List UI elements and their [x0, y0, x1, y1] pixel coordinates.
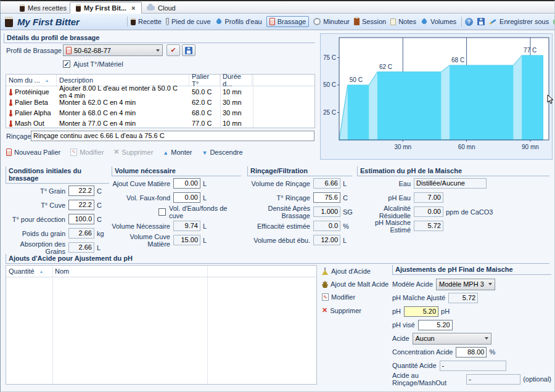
nav-session[interactable]: Session [354, 18, 386, 25]
delete-x-icon [113, 148, 119, 156]
field-unit: C [94, 216, 102, 223]
beer-icon [20, 4, 25, 12]
field-label: Vol. Faux-fond [112, 194, 173, 202]
nav-profils-eau[interactable]: Profils d'eau [215, 18, 262, 25]
pencil-icon [489, 18, 497, 25]
delete-step-button[interactable]: Supprimer [113, 148, 153, 156]
wheat-icon [322, 280, 328, 288]
acid-additions-table: Quantité Nom [6, 265, 317, 385]
field-unit: C [340, 194, 348, 202]
mash-temperature-chart: 25 C50 C75 C30 mn60 mn90 mn50 C62 C68 C7… [320, 33, 553, 160]
field-unit: SG [340, 208, 353, 216]
divider [207, 266, 208, 384]
sparge-description-field[interactable]: Rinçage continu avec 6.66 L d'eau à 75.6… [31, 131, 314, 141]
tab-cloud[interactable]: Cloud [141, 2, 181, 14]
adjust-checkbox[interactable] [63, 60, 70, 68]
field-label: Concentration Acide [392, 348, 453, 356]
edit-step-button[interactable]: Modifier [70, 149, 104, 156]
section-title: Rinçage/Filtration [247, 166, 352, 176]
field-label: Efficacité estimée [247, 223, 313, 230]
tun-addition-field[interactable]: 0.00 [173, 178, 200, 189]
field-label: T° pour décoction [6, 216, 68, 223]
mash-profile-combo[interactable]: 50-62-68-77 [63, 44, 163, 56]
col-name[interactable]: Nom du ... [6, 75, 57, 86]
delete-x-icon [322, 306, 327, 314]
thermometer-icon [10, 89, 12, 95]
validate-profile-button[interactable] [166, 44, 180, 56]
edit-acid-button[interactable]: Modifier [322, 293, 388, 301]
tab-label: My First Bit... [84, 4, 126, 12]
nav-recette[interactable]: Recette [131, 18, 162, 25]
final-ph-panel: Ajustements de pH Final de Maische Modèl… [392, 265, 551, 386]
checkbox-label: Ajust T°/Matériel [73, 60, 123, 68]
beer-icon [5, 17, 13, 27]
tab-label: Cloud [158, 4, 176, 12]
grain-temp-field[interactable]: 22.2 [68, 186, 94, 196]
mash-chart-svg: 25 C50 C75 C30 mn60 mn90 mn50 C62 C68 C7… [321, 34, 552, 159]
svg-text:75 C: 75 C [323, 54, 336, 61]
field-unit: L [340, 237, 347, 244]
acid-concentration-field[interactable]: 88.00 [456, 347, 487, 357]
sparge-volume-field: 6.66 [313, 178, 340, 189]
delete-acid-button[interactable]: Supprimer [322, 306, 388, 314]
false-bottom-field[interactable]: 0.00 [173, 192, 200, 203]
beer-icon [131, 18, 136, 25]
initial-conditions-section: Conditions initiales du brassage T° Grai… [6, 166, 109, 255]
save-profile-button[interactable] [182, 44, 195, 56]
move-down-button[interactable]: Descendre [202, 149, 242, 156]
divider [127, 17, 128, 27]
tab-close-icon[interactable]: × [131, 4, 135, 12]
acid-type-combo[interactable]: Aucun [413, 333, 491, 345]
move-up-button[interactable]: Monter [163, 149, 192, 156]
acid-model-combo[interactable]: Modèle MPH 3 [436, 279, 495, 290]
field-label: T° Rinçage [247, 194, 313, 202]
col-duration[interactable]: Durée d... [220, 75, 252, 86]
decoction-temp-field[interactable]: 100.0 [68, 214, 94, 224]
ph-field[interactable]: 5.20 [404, 306, 438, 317]
residual-alkalinity-field: 0.00 [414, 206, 443, 217]
tun-volume-field: 15.00 [173, 235, 200, 245]
thermometer-icon [10, 99, 12, 105]
ok-button[interactable]: OK [553, 18, 554, 26]
deadspace-checkbox-row[interactable]: Vol. d'Eau/fonds de cuve [112, 205, 241, 219]
tun-temp-field[interactable]: 22.2 [68, 200, 94, 210]
table-row[interactable]: Mash Out Monter à 77.0 C en 4 min 77.0 C… [6, 118, 314, 128]
mash-profile-section: Détails du profil de brassage Profil de … [4, 33, 315, 43]
new-step-button[interactable]: Nouveau Palier [6, 149, 60, 156]
table-row[interactable]: Palier Alpha Monter à 68.0 C en 4 min 68… [6, 107, 314, 118]
checkbox-label: Vol. d'Eau/fonds de cuve [169, 205, 241, 219]
tab-mes-recettes[interactable]: Mes recettes [14, 2, 72, 14]
field-unit: pH [438, 308, 450, 315]
save-button[interactable] [477, 18, 485, 25]
adjust-checkbox-row[interactable]: Ajust T°/Matériel [63, 60, 123, 68]
section-title: Volume nécessaire [112, 166, 241, 176]
field-label: Modèle Acide [392, 280, 433, 288]
add-acid-malt-button[interactable]: Ajout de Malt Acide [322, 280, 388, 288]
field-unit: L [200, 223, 207, 230]
svg-text:50 C: 50 C [350, 76, 363, 83]
nav-notes[interactable]: Notes [390, 18, 416, 25]
col-temp[interactable]: Palier T° [189, 75, 220, 86]
nav-pied-de-cuve[interactable]: Pied de cuve [166, 18, 211, 25]
table-row[interactable]: Protéinique Ajouter 8.00 L d'eau et mont… [6, 86, 314, 97]
col-quantity[interactable]: Quantité [6, 266, 52, 277]
add-acid-button[interactable]: Ajout d'Acide [322, 267, 388, 275]
sparge-temp-field[interactable]: 75.6 [313, 192, 340, 203]
divider [461, 17, 462, 27]
deadspace-checkbox[interactable] [158, 208, 166, 216]
field-label: T° Grain [6, 187, 68, 195]
nav-minuteur[interactable]: Minuteur [313, 18, 350, 25]
table-row[interactable]: Palier Beta Monter à 62.0 C en 4 min 62.… [6, 97, 314, 107]
help-button[interactable] [465, 18, 473, 26]
tab-my-first-bitter[interactable]: My First Bit... × [70, 2, 142, 14]
nav-volumes[interactable]: Volumes [421, 18, 456, 25]
nav-brassage-selected[interactable]: Brassage [266, 16, 309, 27]
col-name[interactable]: Nom [52, 266, 316, 277]
target-ph-field[interactable]: 5.20 [418, 320, 453, 330]
svg-text:62 C: 62 C [379, 63, 392, 70]
save-as-button[interactable]: Enregistrer sous [489, 18, 549, 25]
svg-text:77 C: 77 C [524, 47, 536, 54]
clock-icon [313, 18, 321, 25]
save-icon [477, 18, 485, 25]
required-volume-section: Volume nécessaire Ajout Cuve Matière0.00… [112, 166, 241, 247]
